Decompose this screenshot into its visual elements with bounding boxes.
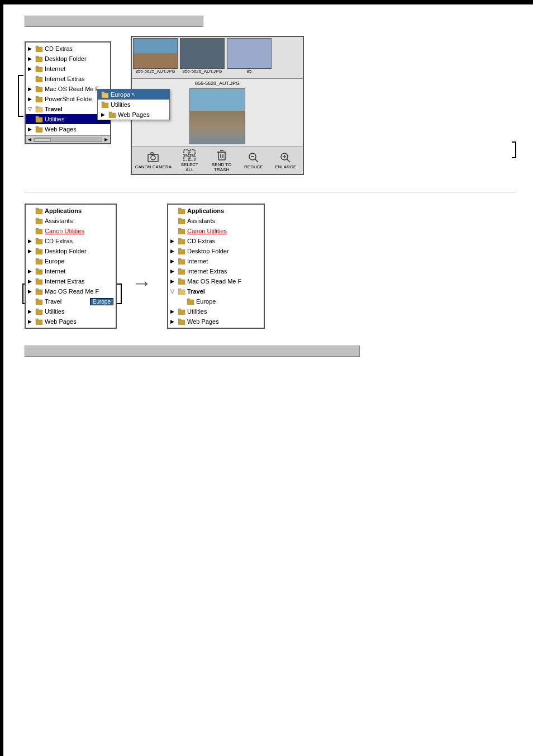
thumb-1[interactable]: 856-5625_AUT.JPG [133,38,178,77]
svg-rect-59 [36,290,42,295]
ll-label-web: Web Pages [45,318,77,325]
scrollbar-h[interactable]: ◀ ▶ [26,135,110,143]
svg-rect-27 [184,150,189,155]
thumb-label-1: 856-5625_AUT.JPG [135,69,175,74]
lr-arrow-utilities: ▶ [170,309,176,314]
ll-icon-europe [35,258,43,264]
svg-rect-26 [151,153,153,154]
svg-rect-22 [109,113,116,118]
svg-line-40 [287,159,291,163]
lr-icon-desktop [178,248,185,254]
svg-rect-43 [36,209,42,214]
cursor-icon: ↖ [131,92,136,98]
ll-row-internet[interactable]: ▶ Internet [26,266,116,276]
ll-row-desktop[interactable]: ▶ Desktop Folder [26,246,116,256]
scroll-thumb[interactable] [34,138,51,141]
ll-row-travel[interactable]: Travel Europe [26,296,116,306]
lr-label-travel: Travel [187,288,205,295]
row-desktop[interactable]: ▶ Desktop Folder [26,54,110,64]
ll-row-web[interactable]: ▶ Web Pages [26,316,116,327]
lr-row-ie[interactable]: ▶ Internet Extras [168,266,264,276]
ll-icon-utilities [35,308,43,315]
ll-row-utilities[interactable]: ▶ Utilities [26,306,116,316]
send-trash-btn[interactable]: SEND TOTRASH [208,149,236,172]
arrow-desktop: ▶ [28,56,34,62]
lr-row-europe[interactable]: Europe [168,296,264,306]
thumb-2[interactable]: 856-5626_AUT.JPG [180,38,225,77]
reduce-btn[interactable]: REDUCE [240,151,268,169]
ll-row-macos[interactable]: ▶ Mac OS Read Me F [26,286,116,296]
icon-europa [101,91,109,98]
row-webpages[interactable]: ▶ Web Pages [26,124,110,134]
svg-rect-14 [36,117,42,122]
ll-row-cd[interactable]: ▶ CD Extras [26,236,116,246]
scroll-left-btn[interactable]: ◀ [27,137,32,142]
lr-row-internet[interactable]: ▶ Internet [168,256,264,266]
row-internet-extras[interactable]: Internet Extras [26,74,110,84]
thumb-label-3: 85 [247,69,252,74]
lr-row-applications[interactable]: Applications [168,206,264,216]
ll-row-applications[interactable]: Applications [26,206,116,216]
icon-web [35,126,43,133]
divider [25,192,516,192]
scroll-track[interactable] [34,138,102,142]
label-utilities: Utilities [45,116,64,122]
svg-rect-20 [102,103,108,108]
ll-row-ie[interactable]: ▶ Internet Extras [26,276,116,286]
enlarge-label: ENLARGE [275,164,296,169]
canon-camera-btn[interactable]: CANON CAMERA [135,151,172,169]
ll-row-canon[interactable]: Canon Utilities [26,226,116,236]
transition-arrow: → [128,204,156,329]
scroll-right-btn[interactable]: ▶ [103,137,109,142]
svg-rect-61 [36,300,42,305]
arrow-sub-web: ▶ [101,112,107,117]
lr-row-canon[interactable]: Canon Utilities [168,226,264,236]
lr-row-cd[interactable]: ▶ CD Extras [168,236,264,246]
svg-rect-16 [36,127,42,133]
label-europa: Europa [111,91,130,98]
section1-header [25,16,203,27]
svg-rect-29 [184,156,189,161]
svg-rect-78 [178,258,181,260]
lr-icon-travel [178,288,185,295]
lr-icon-canon [178,228,185,234]
row-cd-extras[interactable]: ▶ CD Extras [26,44,110,54]
svg-rect-89 [178,320,185,325]
ll-arrow-web: ▶ [28,319,34,324]
lr-label-web: Web Pages [187,318,219,325]
lr-row-travel[interactable]: ▽ Travel [168,286,264,296]
submenu-europa[interactable]: Europa ↖ [98,89,169,100]
svg-rect-15 [36,116,39,118]
lr-row-web[interactable]: ▶ Web Pages [168,316,264,327]
svg-rect-62 [36,299,39,300]
svg-rect-45 [36,219,42,224]
svg-rect-1 [36,46,39,48]
submenu-webpages[interactable]: ▶ Web Pages [98,110,169,120]
select-all-btn[interactable]: SELECTALL [175,149,203,172]
lr-row-macos[interactable]: ▶ Mac OS Read Me F [168,276,264,286]
lr-row-assistants[interactable]: Assistants [168,216,264,226]
submenu-utilities[interactable]: Utilities [98,100,169,110]
lr-row-utilities[interactable]: ▶ Utilities [168,306,264,316]
upper-diagram: ▶ CD Extras ▶ Desktop Folder ▶ In [25,36,516,175]
ll-icon-ie [35,278,43,285]
lr-row-desktop[interactable]: ▶ Desktop Folder [168,246,264,256]
ll-row-assistants[interactable]: Assistants [26,216,116,226]
icon-ie [35,75,43,82]
lr-label-internet: Internet [187,258,208,264]
arrow-internet: ▶ [28,66,34,72]
svg-rect-72 [178,228,181,230]
lr-icon-apps [178,207,185,214]
enlarge-btn[interactable]: ENLARGE [272,151,299,169]
row-internet[interactable]: ▶ Internet [26,64,110,74]
lower-diagrams: Applications Assistants Canon Utilities [25,204,516,329]
ll-row-europe[interactable]: Europe [26,256,116,266]
svg-rect-7 [36,76,39,78]
thumb-3[interactable]: 85 [227,38,272,77]
file-browser-lower-left[interactable]: Applications Assistants Canon Utilities [25,204,117,329]
file-browser-lower-right[interactable]: Applications Assistants Canon Utilities [167,204,265,329]
svg-rect-83 [178,290,185,295]
svg-rect-31 [218,152,225,160]
label-travel: Travel [45,106,63,112]
svg-rect-52 [36,248,39,250]
